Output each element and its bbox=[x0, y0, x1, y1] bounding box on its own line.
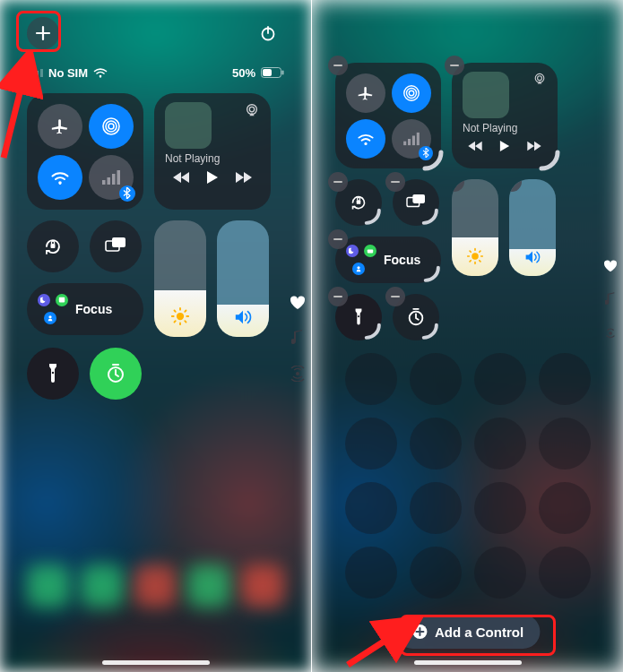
svg-point-28 bbox=[296, 372, 299, 375]
empty-slot[interactable] bbox=[345, 353, 397, 405]
svg-point-24 bbox=[48, 315, 51, 318]
remove-badge[interactable] bbox=[385, 287, 405, 306]
empty-slot[interactable] bbox=[474, 353, 526, 405]
play-icon[interactable] bbox=[206, 170, 219, 185]
music-note-icon bbox=[291, 330, 304, 346]
connectivity-group[interactable] bbox=[27, 93, 143, 210]
screen-mirroring-button[interactable] bbox=[90, 220, 142, 272]
brightness-slider[interactable] bbox=[154, 220, 206, 337]
now-playing-group[interactable]: Not Playing bbox=[154, 93, 271, 210]
battery-icon bbox=[261, 67, 284, 78]
airdrop-toggle[interactable] bbox=[89, 104, 134, 149]
bluetooth-icon bbox=[422, 148, 429, 158]
power-button[interactable] bbox=[252, 17, 284, 49]
airplane-mode-toggle[interactable] bbox=[346, 73, 385, 113]
cellular-icon bbox=[101, 169, 121, 185]
remove-badge[interactable] bbox=[445, 56, 464, 75]
hotspot-icon bbox=[290, 366, 306, 382]
svg-point-12 bbox=[58, 181, 62, 185]
svg-rect-23 bbox=[59, 297, 65, 299]
airplane-mode-toggle[interactable] bbox=[38, 104, 82, 149]
wifi-icon bbox=[356, 131, 376, 147]
add-a-control-button[interactable]: Add a Control bbox=[395, 615, 540, 649]
svg-point-31 bbox=[406, 88, 416, 98]
brightness-slider[interactable] bbox=[452, 179, 498, 276]
airplane-icon bbox=[50, 116, 70, 136]
svg-point-48 bbox=[609, 332, 612, 335]
empty-slot[interactable] bbox=[345, 547, 397, 599]
volume-slider[interactable] bbox=[509, 179, 556, 276]
empty-slot[interactable] bbox=[410, 353, 462, 405]
forward-icon[interactable] bbox=[235, 171, 253, 184]
remove-badge[interactable] bbox=[452, 179, 464, 192]
resize-handle[interactable] bbox=[420, 321, 445, 346]
wifi-toggle[interactable] bbox=[346, 119, 385, 159]
brightness-icon bbox=[466, 247, 484, 265]
empty-slot[interactable] bbox=[539, 482, 591, 534]
empty-slot[interactable] bbox=[474, 482, 526, 534]
empty-slot[interactable] bbox=[410, 418, 462, 470]
rewind-icon[interactable] bbox=[467, 141, 483, 151]
empty-slot[interactable] bbox=[539, 547, 591, 599]
cellular-toggle[interactable] bbox=[89, 155, 134, 200]
focus-modes-icon bbox=[346, 245, 376, 275]
wifi-icon bbox=[49, 168, 71, 186]
timer-button[interactable] bbox=[90, 348, 142, 400]
home-indicator[interactable] bbox=[102, 660, 210, 665]
remove-badge[interactable] bbox=[328, 287, 348, 306]
add-control-plus-button[interactable] bbox=[27, 17, 59, 49]
cellular-icon bbox=[402, 132, 420, 146]
remove-badge[interactable] bbox=[328, 229, 348, 249]
not-playing-label: Not Playing bbox=[165, 152, 260, 165]
media-artwork bbox=[165, 102, 212, 149]
empty-slot[interactable] bbox=[474, 547, 526, 599]
wifi-toggle[interactable] bbox=[38, 155, 82, 200]
orientation-lock-button[interactable] bbox=[27, 220, 79, 272]
remove-badge[interactable] bbox=[328, 172, 348, 192]
screen-mirroring-button[interactable] bbox=[393, 179, 439, 226]
resize-handle[interactable] bbox=[362, 321, 387, 346]
volume-slider[interactable] bbox=[217, 220, 269, 337]
focus-label: Focus bbox=[75, 302, 112, 316]
svg-rect-21 bbox=[112, 237, 125, 247]
flashlight-button[interactable] bbox=[27, 348, 79, 400]
play-icon[interactable] bbox=[499, 140, 510, 152]
svg-point-45 bbox=[472, 253, 479, 260]
plus-icon bbox=[35, 25, 51, 41]
resize-handle[interactable] bbox=[536, 147, 561, 172]
empty-slot[interactable] bbox=[539, 418, 591, 470]
remove-badge[interactable] bbox=[328, 56, 348, 75]
resize-handle[interactable] bbox=[362, 206, 387, 231]
empty-slot[interactable] bbox=[539, 353, 591, 405]
empty-slot[interactable] bbox=[345, 482, 397, 534]
empty-slot[interactable] bbox=[410, 482, 462, 534]
flashlight-button[interactable] bbox=[335, 294, 382, 340]
connectivity-group-edit[interactable] bbox=[335, 63, 441, 168]
remove-badge[interactable] bbox=[509, 179, 522, 192]
empty-slot[interactable] bbox=[410, 547, 462, 599]
resize-handle[interactable] bbox=[421, 263, 446, 289]
airplay-icon[interactable] bbox=[532, 72, 547, 86]
svg-rect-8 bbox=[282, 71, 284, 75]
empty-slot[interactable] bbox=[345, 418, 397, 470]
rewind-icon[interactable] bbox=[172, 171, 190, 184]
focus-button[interactable]: Focus bbox=[27, 283, 143, 335]
signal-icon bbox=[27, 68, 43, 77]
remove-badge[interactable] bbox=[385, 172, 405, 192]
focus-button[interactable]: Focus bbox=[335, 237, 441, 283]
now-playing-group-edit[interactable]: Not Playing bbox=[452, 63, 558, 168]
svg-rect-2 bbox=[31, 73, 34, 77]
airdrop-toggle[interactable] bbox=[392, 73, 431, 113]
timer-button[interactable] bbox=[393, 294, 439, 340]
status-bar: No SIM 50% bbox=[27, 63, 284, 82]
svg-rect-14 bbox=[107, 177, 110, 185]
cellular-toggle[interactable] bbox=[392, 119, 431, 159]
svg-rect-40 bbox=[357, 200, 361, 204]
home-indicator[interactable] bbox=[414, 660, 522, 665]
orientation-lock-icon bbox=[41, 235, 65, 258]
airplay-icon[interactable] bbox=[244, 102, 260, 118]
brightness-icon bbox=[170, 306, 190, 326]
resize-handle[interactable] bbox=[420, 206, 445, 231]
empty-slot[interactable] bbox=[474, 418, 526, 470]
orientation-lock-button[interactable] bbox=[335, 179, 382, 226]
